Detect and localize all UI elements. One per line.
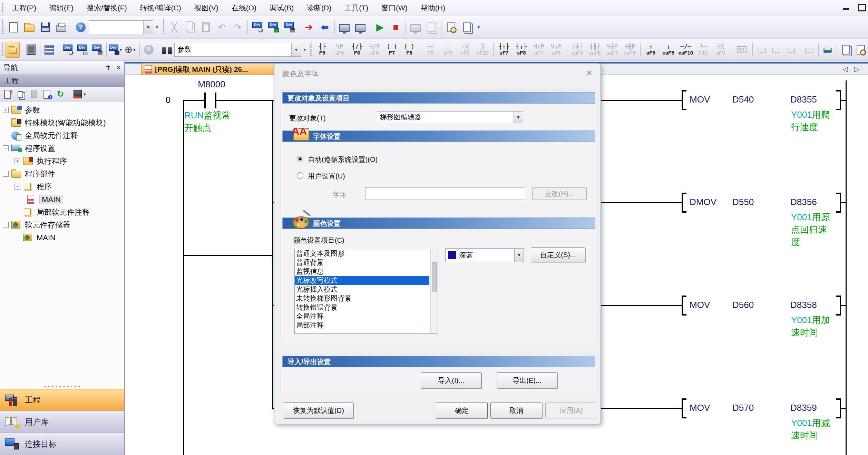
device-monitor-button[interactable]: [266, 19, 281, 35]
ladder-parallel-falling-button[interactable]: Ч↓PaF8: [547, 40, 565, 59]
device-comment-display-button[interactable]: [754, 42, 768, 58]
collapse-icon[interactable]: -: [14, 184, 20, 190]
help-context-button[interactable]: ?: [142, 42, 156, 58]
ladder-not-button[interactable]: ─/─caF10: [677, 40, 694, 59]
maximize-icon[interactable]: [857, 3, 866, 12]
project-data-combobox[interactable]: 参数 ▼: [174, 43, 301, 57]
tree-item-local-device-comment[interactable]: 局部软元件注释: [0, 206, 124, 219]
ok-button[interactable]: 确定: [436, 403, 488, 418]
font-name-field[interactable]: [365, 187, 525, 200]
close-icon[interactable]: ×: [116, 65, 121, 70]
dialog-close-icon[interactable]: ×: [586, 67, 592, 79]
pin-icon[interactable]: [105, 65, 111, 70]
nav-tab-user-library[interactable]: 用户库: [0, 411, 124, 433]
monitor-mode-button[interactable]: [337, 19, 352, 35]
change-font-button[interactable]: 更改(H)...: [532, 187, 587, 200]
device-registration-button[interactable]: ▼: [109, 42, 123, 58]
import-button[interactable]: 导入(I)...: [421, 372, 481, 388]
nav-new-item-button[interactable]: [1, 88, 14, 100]
menu-diagnostics[interactable]: 诊断(D): [300, 0, 338, 16]
toolbar-overflow-button[interactable]: ▼: [153, 19, 161, 35]
dropdown-arrow-icon[interactable]: ▼: [514, 249, 524, 262]
color-items-listbox[interactable]: 普通文本及图形 普通背景 监视信息 光标改写模式 光标插入模式 未转换梯形图背景…: [294, 249, 438, 334]
statement-edit-button[interactable]: [784, 42, 798, 58]
monitor-write-mode-button[interactable]: [353, 19, 368, 35]
ladder-parallel-closed-button[interactable]: Ч/PsF6: [366, 40, 383, 59]
ladder-pulse-negate-2-button[interactable]: ┤╫├saF6: [586, 40, 603, 59]
list-item[interactable]: 转换错误背景: [295, 303, 438, 312]
read-from-plc-button[interactable]: ⬅: [317, 19, 332, 35]
collapse-icon[interactable]: -: [3, 145, 9, 151]
tree-item-device-memory[interactable]: -软元件存储器: [0, 219, 124, 231]
document-tab-main[interactable]: [PRG]读取 MAIN (只读) 26...: [141, 63, 292, 75]
toolbar-grip[interactable]: [310, 42, 312, 57]
export-button[interactable]: 导出(E)...: [497, 372, 557, 388]
ladder-vline-button[interactable]: │sF9: [439, 40, 457, 59]
watch-stop-button[interactable]: [424, 19, 439, 35]
toolbar-overflow-button[interactable]: ▼: [301, 42, 308, 58]
nav-sort-button[interactable]: ▼: [71, 88, 89, 100]
toolbar-grip[interactable]: [162, 19, 165, 35]
undo-button[interactable]: ↶: [214, 19, 230, 35]
toolbar-grip[interactable]: [1, 19, 4, 35]
copy-button[interactable]: [183, 19, 198, 35]
dropdown-arrow-icon[interactable]: ▼: [143, 21, 153, 34]
device-batch-button[interactable]: [76, 42, 89, 58]
new-project-button[interactable]: [6, 19, 21, 35]
ladder-pulse-negate-3-button[interactable]: Ч╪PsaF7: [604, 40, 621, 59]
customize-button[interactable]: 自定义(S)...: [531, 248, 585, 262]
device-comment-button[interactable]: [250, 19, 265, 35]
program-list-button[interactable]: [42, 42, 56, 58]
target-combobox[interactable]: 梯形图编辑器 ▼: [377, 111, 523, 123]
note-batch-button[interactable]: [802, 42, 816, 58]
find-button[interactable]: [160, 42, 174, 58]
ladder-delete-vline-button[interactable]: ╳cF10: [474, 40, 491, 59]
menu-debug[interactable]: 调试(B): [263, 0, 300, 16]
restore-defaults-button[interactable]: 恢复为默认值(D): [284, 403, 353, 418]
scrollbar-thumb[interactable]: [432, 262, 437, 292]
tab-scroll-right-button[interactable]: ▷: [855, 65, 860, 73]
menu-project[interactable]: 工程(P): [6, 0, 43, 16]
ladder-delete-wire-button[interactable]: ┼╳aF9: [712, 40, 729, 59]
open-project-button[interactable]: [22, 19, 37, 35]
monitor-start-button[interactable]: ▶: [372, 19, 388, 35]
cross-reference-button[interactable]: ⊕▼: [123, 42, 137, 58]
minimize-icon[interactable]: [842, 3, 851, 12]
write-to-plc-button[interactable]: ➜: [301, 19, 316, 35]
redo-button[interactable]: ↷: [230, 19, 245, 35]
device-test-button[interactable]: [282, 19, 297, 35]
list-item[interactable]: 未转换梯形图背景: [295, 294, 438, 303]
radio-auto-font[interactable]: [297, 156, 303, 162]
list-item[interactable]: 光标插入模式: [295, 285, 438, 294]
navigation-toggle-button[interactable]: [6, 42, 20, 58]
ladder-coil-button[interactable]: ( )F7: [383, 40, 400, 59]
print-button[interactable]: [53, 19, 69, 35]
ladder-closed-contact-button[interactable]: ┤/├F6: [348, 40, 365, 59]
tree-item-parameter[interactable]: +参数: [0, 104, 124, 116]
device-reference-button[interactable]: [90, 42, 104, 58]
build-button[interactable]: [459, 19, 475, 35]
collapse-icon[interactable]: -: [3, 222, 9, 228]
nav-property-button[interactable]: [41, 88, 54, 100]
toolbar-overflow-button[interactable]: ▼: [475, 19, 482, 35]
cancel-button[interactable]: 取消: [490, 403, 542, 418]
ladder-hline-button[interactable]: ──F9: [422, 40, 439, 59]
tree-item-program-setting[interactable]: -程序设置: [0, 142, 124, 155]
statement-batch-button[interactable]: [821, 42, 835, 58]
expand-icon[interactable]: +: [14, 158, 20, 164]
cut-button[interactable]: ╳: [167, 19, 182, 35]
tree-item-program-parts[interactable]: -程序部件: [0, 167, 124, 180]
watch-start-button[interactable]: [408, 19, 423, 35]
nav-paste-button[interactable]: [28, 88, 41, 100]
ladder-delete-hline-button[interactable]: ─╳cF9: [457, 40, 474, 59]
dropdown-arrow-icon[interactable]: ▼: [514, 112, 523, 123]
tree-item-main-program[interactable]: MAIN: [0, 193, 124, 206]
ladder-parallel-rising-button[interactable]: Ч↑PaF7: [530, 40, 547, 59]
tree-item-main-device-memory[interactable]: MAIN: [0, 231, 124, 244]
ladder-insert-row-button[interactable]: ↑aF5: [642, 40, 660, 59]
nav-refresh-button[interactable]: ↻: [54, 88, 67, 100]
program-check-button[interactable]: [443, 19, 459, 35]
ladder-open-contact-button[interactable]: ┤├F5: [313, 40, 331, 59]
ladder-rising-pulse-button[interactable]: ┤↑├sF7: [495, 40, 513, 59]
list-item[interactable]: 监视信息: [295, 267, 438, 276]
